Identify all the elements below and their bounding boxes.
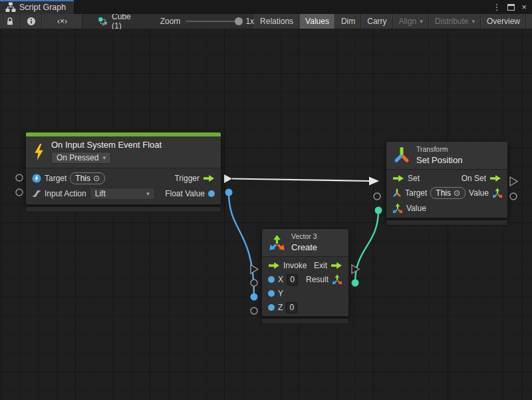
port-vec3-z-in[interactable]	[251, 307, 257, 314]
target-object-field[interactable]: This ⊙	[70, 172, 105, 184]
more-menu-icon[interactable]: ⋮	[492, 3, 501, 11]
graph-breadcrumb[interactable]: Cube (1)	[92, 14, 138, 29]
inspect-button[interactable]	[21, 14, 42, 29]
transform-mini-icon	[392, 188, 402, 198]
relations-button[interactable]: Relations	[254, 14, 299, 29]
z-value-field[interactable]: 0	[286, 302, 297, 313]
breadcrumb-label: Cube (1)	[112, 12, 131, 31]
carry-button[interactable]: Carry	[361, 14, 392, 29]
port-vec3-invoke-in[interactable]	[251, 265, 258, 274]
port-setpos-value-in[interactable]	[375, 207, 382, 214]
graph-canvas[interactable]: On Input System Event Float On Pressed ▾…	[0, 29, 532, 400]
node-header: Vector 3 Create	[262, 229, 348, 256]
port-setpos-onset-out[interactable]	[510, 177, 517, 186]
maximize-icon[interactable]	[507, 4, 515, 11]
zoom-slider[interactable]	[186, 21, 240, 22]
port-vec3-x-in[interactable]	[251, 280, 257, 286]
chevron-down-icon: ▾	[471, 18, 475, 25]
port-event-trigger-out[interactable]	[224, 174, 232, 183]
lock-button[interactable]	[0, 14, 21, 29]
port-setpos-valueout[interactable]	[510, 193, 517, 200]
event-target-icon	[32, 174, 41, 183]
port-row-target: Target This ⊙ Value	[386, 186, 507, 200]
chevron-down-icon: ▾	[420, 18, 423, 25]
port-row-set: Set On Set	[386, 171, 507, 185]
vector3-icon	[269, 234, 285, 251]
dim-button[interactable]: Dim	[335, 14, 361, 29]
port-row-invoke: Invoke Exit	[262, 259, 348, 272]
node-header: On Input System Event Float On Pressed ▾	[26, 136, 221, 168]
overview-button[interactable]: Overview	[481, 14, 526, 29]
window-controls: ⋮ ×	[492, 0, 532, 14]
port-row-input-action: Input Action Lift ▾ Float Value	[26, 186, 221, 200]
object-picker-icon[interactable]: ⊙	[93, 174, 100, 183]
target-object-field[interactable]: This ⊙	[430, 187, 466, 199]
onset-arrow-icon	[489, 174, 501, 182]
zoom-value: 1x	[245, 17, 254, 26]
node-footer	[25, 206, 221, 212]
node-vector3-create[interactable]: Vector 3 Create Invoke Exit X 0	[261, 228, 349, 324]
port-setpos-target-in[interactable]	[374, 193, 380, 200]
tab-focus-accent	[0, 0, 74, 1]
graph-toolbar: ‹×› Cube (1) Zoom 1x Relations Values Di…	[0, 14, 532, 29]
wire-result-to-value[interactable]	[355, 210, 378, 283]
wire-trigger-to-set[interactable]	[232, 179, 370, 182]
node-set-position[interactable]: Transform Set Position Set On Set Target	[386, 141, 508, 226]
script-graph-window: Script Graph ⋮ × ‹×› Cube (1) Zoom 1x	[0, 0, 532, 400]
info-icon	[27, 17, 36, 26]
lightning-icon	[33, 144, 45, 160]
distribute-button[interactable]: Distribute▾	[429, 14, 481, 29]
tab-title: Script Graph	[19, 3, 66, 12]
zoom-slider-handle[interactable]	[235, 17, 243, 25]
node-header: Transform Set Position	[386, 142, 507, 169]
tab-script-graph[interactable]: Script Graph	[0, 0, 74, 14]
wire-floatvalue-to-y[interactable]	[229, 192, 254, 297]
x-value-field[interactable]: 0	[287, 274, 298, 286]
node-footer	[261, 318, 349, 324]
set-arrow-icon	[392, 174, 404, 182]
vector3-mini-icon	[332, 274, 342, 285]
node-title: Create	[291, 242, 317, 252]
x-port-dot	[268, 276, 275, 283]
code-icon: ‹×›	[57, 17, 67, 26]
float-value-port-dot	[208, 190, 215, 197]
node-on-input-system-event-float[interactable]: On Input System Event Float On Pressed ▾…	[25, 132, 221, 212]
values-button[interactable]: Values	[299, 14, 335, 29]
node-title: Set Position	[416, 155, 462, 165]
lock-icon	[5, 17, 15, 26]
close-icon[interactable]: ×	[521, 3, 527, 11]
node-category: Transform	[416, 145, 462, 153]
port-vec3-y-in[interactable]	[251, 294, 258, 301]
port-row-y: Y	[262, 287, 348, 300]
chevron-down-icon: ▾	[146, 190, 150, 197]
zoom-label: Zoom	[160, 17, 181, 26]
edit-graph-button[interactable]: ‹×›	[42, 14, 82, 29]
wire-trigger-arrowhead	[369, 177, 379, 186]
zoom-control: Zoom 1x	[160, 14, 254, 29]
node-category: Vector 3	[291, 232, 317, 240]
event-mode-dropdown[interactable]: On Pressed ▾	[51, 152, 111, 164]
invoke-arrow-icon	[268, 262, 280, 270]
tab-bar: Script Graph ⋮ ×	[0, 0, 532, 14]
fullscreen-button[interactable]: Full Screen	[526, 14, 532, 29]
align-button[interactable]: Align▾	[393, 14, 429, 29]
vector3-mini-icon	[492, 188, 503, 198]
port-event-target-in[interactable]	[16, 174, 23, 181]
transform-icon	[393, 146, 410, 164]
port-row-z: Z 0	[262, 301, 348, 314]
graph-cube-icon	[98, 17, 108, 26]
node-footer	[386, 220, 508, 226]
vector3-mini-icon	[392, 203, 403, 214]
port-row-target: Target This ⊙ Trigger	[26, 171, 221, 185]
toolbar-right-group: Relations Values Dim Carry Align▾ Distri…	[254, 14, 532, 29]
input-action-icon	[32, 189, 41, 198]
input-action-dropdown[interactable]: Lift ▾	[90, 188, 155, 200]
trigger-arrow-icon	[203, 174, 215, 182]
port-event-floatvalue-out[interactable]	[225, 189, 233, 196]
y-port-dot	[268, 290, 275, 297]
port-event-action-in[interactable]	[16, 189, 23, 196]
object-picker-icon[interactable]: ⊙	[454, 188, 460, 198]
port-vec3-result-out[interactable]	[352, 280, 359, 287]
node-title: On Input System Event Float	[51, 140, 162, 150]
port-row-value: Value	[386, 201, 507, 215]
